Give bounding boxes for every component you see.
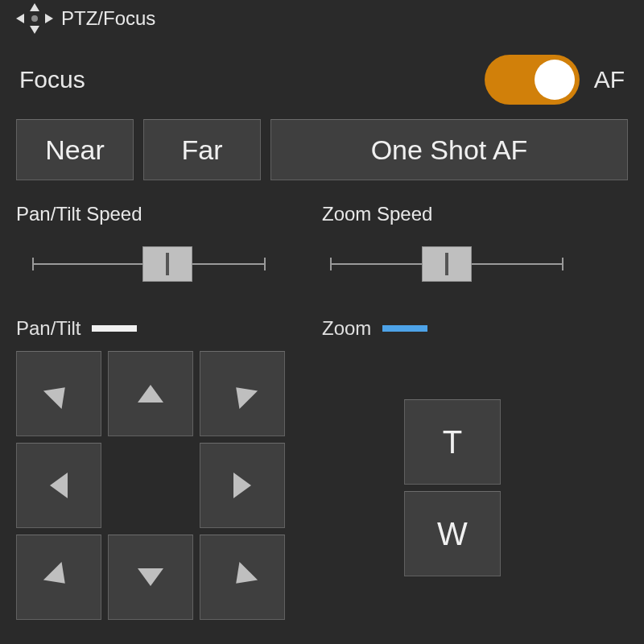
panel-header: PTZ/Focus (16, 0, 628, 55)
pan-up-right-button[interactable] (200, 351, 285, 436)
focus-button-row: Near Far One Shot AF (16, 119, 628, 180)
pan-left-button[interactable] (16, 443, 101, 528)
pan-down-left-button[interactable] (16, 535, 101, 620)
arrow-up-right-icon (227, 378, 258, 409)
ptz-focus-panel: PTZ/Focus Focus AF Near Far One Shot AF … (0, 0, 644, 636)
arrow-down-left-icon (43, 562, 74, 592)
pan-up-left-button[interactable] (16, 351, 101, 436)
pan-up-button[interactable] (108, 351, 193, 436)
pan-right-button[interactable] (200, 443, 285, 528)
af-label: AF (594, 66, 625, 93)
ptz-diamond-icon (16, 5, 53, 32)
arrow-left-icon (50, 473, 68, 498)
arrow-down-icon (138, 568, 163, 586)
pan-tilt-indicator-bar (92, 325, 137, 332)
pan-tilt-speed-slider[interactable] (32, 243, 266, 285)
speed-sliders-row: Pan/Tilt Speed Zoom Speed (16, 203, 628, 285)
zoom-wide-button[interactable]: W (404, 491, 501, 576)
zoom-indicator-bar (382, 325, 427, 332)
pan-tilt-label: Pan/Tilt (16, 317, 80, 340)
focus-toggle-group: AF (485, 55, 625, 105)
zoom-tele-button[interactable]: T (404, 399, 501, 485)
pan-tilt-indicator: Pan/Tilt (16, 317, 322, 340)
pan-tilt-speed-group: Pan/Tilt Speed (16, 203, 322, 285)
one-shot-af-button[interactable]: One Shot AF (270, 119, 628, 180)
zoom-speed-group: Zoom Speed (322, 203, 628, 285)
focus-label: Focus (19, 66, 85, 93)
toggle-knob (535, 60, 575, 100)
slider-handle[interactable] (142, 246, 192, 282)
af-toggle[interactable] (485, 55, 580, 105)
zoom-speed-label: Zoom Speed (322, 203, 628, 225)
pan-down-right-button[interactable] (200, 535, 285, 620)
slider-handle[interactable] (422, 246, 472, 282)
controls-row: T W (16, 351, 628, 620)
focus-near-button[interactable]: Near (16, 119, 134, 180)
pan-tilt-speed-label: Pan/Tilt Speed (16, 203, 322, 225)
zoom-indicator: Zoom (322, 317, 628, 340)
zoom-label: Zoom (322, 317, 371, 340)
arrow-down-right-icon (227, 562, 258, 592)
pan-tilt-dpad (16, 351, 285, 620)
panel-title: PTZ/Focus (61, 7, 155, 30)
zoom-speed-slider[interactable] (330, 243, 564, 285)
pan-zoom-label-row: Pan/Tilt Zoom (16, 317, 628, 340)
dpad-center-empty (108, 443, 193, 528)
arrow-right-icon (233, 473, 251, 498)
focus-row: Focus AF (16, 55, 628, 119)
zoom-buttons: T W (404, 399, 501, 576)
pan-down-button[interactable] (108, 535, 193, 620)
focus-far-button[interactable]: Far (143, 119, 261, 180)
arrow-up-icon (138, 385, 163, 402)
arrow-up-left-icon (43, 378, 74, 409)
